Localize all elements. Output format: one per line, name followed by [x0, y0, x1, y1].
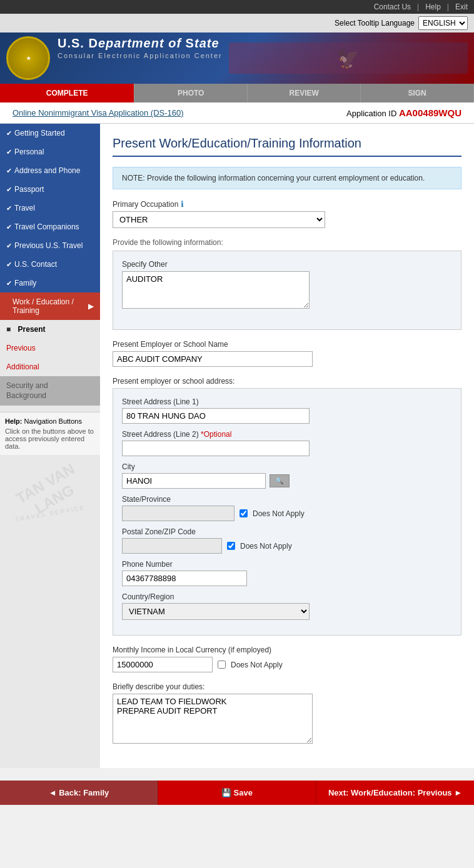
sidebar-label-passport: Passport — [14, 185, 44, 194]
check-icon: ✔ — [6, 204, 12, 212]
duties-label: Briefly describe your duties: — [113, 682, 461, 691]
postal-field: Postal Zone/ZIP Code Does Not Apply — [122, 527, 452, 554]
main-layout: ✔ Getting Started ✔ Personal ✔ Address a… — [0, 124, 474, 768]
street2-input[interactable] — [122, 441, 310, 456]
postal-input[interactable] — [122, 538, 222, 554]
check-icon: ✔ — [6, 279, 12, 287]
sidebar-item-travel[interactable]: ✔ Travel — [0, 199, 100, 217]
sidebar-item-travel-companions[interactable]: ✔ Travel Companions — [0, 217, 100, 236]
state-input[interactable] — [122, 506, 234, 521]
city-field: City 🔍 — [122, 462, 452, 489]
tab-sign[interactable]: SIGN — [361, 84, 474, 102]
sidebar-item-getting-started[interactable]: ✔ Getting Started — [0, 124, 100, 142]
sidebar-label-travel: Travel — [14, 204, 35, 212]
lang-select[interactable]: ENGLISH — [418, 16, 468, 30]
state-row: Does Not Apply — [122, 506, 452, 521]
check-icon: ✔ — [6, 223, 12, 231]
street1-input[interactable] — [122, 408, 310, 424]
city-lookup-btn[interactable]: 🔍 — [270, 474, 290, 487]
state-dna-checkbox[interactable] — [240, 509, 248, 517]
country-field: Country/Region VIETNAM — [122, 592, 452, 620]
optional-label: *Optional — [201, 430, 231, 439]
back-button[interactable]: ◄ Back: Family — [0, 781, 158, 805]
sidebar-label-family: Family — [14, 279, 36, 287]
sidebar-subitem-additional[interactable]: Additional — [0, 357, 100, 376]
app-id: Application ID AA00489WQU — [346, 107, 461, 118]
exit-link[interactable]: Exit — [455, 2, 468, 11]
tab-photo[interactable]: PHOTO — [134, 84, 248, 102]
lang-bar: Select Tooltip Language ENGLISH — [0, 14, 474, 32]
primary-occupation-select[interactable]: OTHER — [113, 211, 325, 228]
sidebar-label-work: Work / Education / Training — [13, 297, 86, 315]
sidebar-label-prev-travel: Previous U.S. Travel — [14, 241, 83, 250]
note-text: NOTE: Provide the following information … — [122, 174, 425, 182]
contact-us-link[interactable]: Contact Us — [374, 2, 411, 11]
help-box: Help: Navigation Buttons Click on the bu… — [0, 412, 100, 455]
check-icon: ✔ — [6, 148, 12, 156]
phone-input[interactable] — [122, 571, 247, 586]
sidebar-label-companions: Travel Companions — [14, 222, 79, 231]
state-field: State/Province Does Not Apply — [122, 495, 452, 521]
check-icon: ✔ — [6, 186, 12, 194]
save-button[interactable]: 💾 Save — [158, 781, 316, 805]
specify-other-box: Specify Other AUDITOR — [113, 251, 461, 330]
street1-label: Street Address (Line 1) — [122, 397, 452, 406]
monthly-dna-checkbox[interactable] — [218, 661, 226, 669]
sidebar-label-security: Security and Background — [6, 381, 48, 401]
duties-input[interactable]: LEAD TEAM TO FIELDWORK PREPARE AUDIT REP… — [113, 694, 313, 744]
phone-field: Phone Number — [122, 560, 452, 586]
specify-other-label: Specify Other — [122, 260, 452, 269]
sidebar: ✔ Getting Started ✔ Personal ✔ Address a… — [0, 124, 100, 768]
sidebar-label-present: Present — [18, 325, 46, 334]
monthly-label: Monthly Income in Local Currency (if emp… — [113, 646, 461, 654]
sidebar-item-passport[interactable]: ✔ Passport — [0, 180, 100, 199]
help-title: Help: Navigation Buttons — [5, 417, 95, 425]
next-button[interactable]: Next: Work/Education: Previous ► — [316, 781, 474, 805]
sidebar-item-us-contact[interactable]: ✔ U.S. Contact — [0, 255, 100, 274]
note-box: NOTE: Provide the following information … — [113, 167, 461, 189]
footer-bar: ◄ Back: Family 💾 Save Next: Work/Educati… — [0, 781, 474, 805]
postal-dna-checkbox[interactable] — [227, 542, 235, 550]
help-link[interactable]: Help — [425, 2, 441, 11]
check-icon: ✔ — [6, 167, 12, 175]
sidebar-subitem-present[interactable]: ■ Present — [0, 320, 100, 339]
sidebar-label-getting-started: Getting Started — [14, 129, 65, 137]
sidebar-item-family[interactable]: ✔ Family — [0, 274, 100, 292]
sidebar-item-work-education[interactable]: Work / Education / Training ▶ — [0, 292, 100, 320]
monthly-income-section: Monthly Income in Local Currency (if emp… — [113, 646, 461, 672]
sidebar-label-additional: Additional — [6, 362, 39, 371]
arrow-icon: ▶ — [88, 302, 94, 311]
monthly-dna-label: Does Not Apply — [231, 661, 283, 669]
info-icon[interactable]: ℹ — [181, 199, 184, 209]
address-box: Street Address (Line 1) Street Address (… — [113, 388, 461, 636]
sidebar-label-address: Address and Phone — [14, 166, 80, 175]
address-section-label: Present employer or school address: — [113, 377, 461, 386]
postal-label: Postal Zone/ZIP Code — [122, 527, 452, 536]
city-input[interactable] — [122, 473, 266, 489]
employer-name-section: Present Employer or School Name — [113, 340, 461, 367]
employer-input[interactable] — [113, 351, 313, 367]
state-dna-label: Does Not Apply — [253, 509, 305, 518]
help-text: Click on the buttons above to access pre… — [5, 427, 95, 450]
lang-label: Select Tooltip Language — [335, 19, 415, 27]
sidebar-item-security[interactable]: Security and Background — [0, 376, 100, 406]
tab-review[interactable]: REVIEW — [248, 84, 361, 102]
city-row: 🔍 — [122, 473, 452, 489]
sidebar-subitem-previous[interactable]: Previous — [0, 339, 100, 357]
phone-label: Phone Number — [122, 560, 452, 569]
sidebar-label-personal: Personal — [14, 147, 44, 156]
sidebar-item-prev-travel[interactable]: ✔ Previous U.S. Travel — [0, 236, 100, 255]
street2-label: Street Address (Line 2) *Optional — [122, 430, 452, 439]
tab-complete[interactable]: COMPLETE — [0, 84, 134, 102]
primary-occupation-label: Primary Occupation ℹ — [113, 199, 461, 209]
top-bar: Contact Us | Help | Exit — [0, 0, 474, 14]
monthly-input[interactable] — [113, 657, 213, 672]
sidebar-item-address[interactable]: ✔ Address and Phone — [0, 161, 100, 180]
sidebar-item-personal[interactable]: ✔ Personal — [0, 142, 100, 161]
country-select[interactable]: VIETNAM — [122, 603, 310, 620]
specify-other-input[interactable]: AUDITOR — [122, 271, 310, 309]
app-link[interactable]: Online Nonimmigrant Visa Application (DS… — [13, 108, 184, 117]
street1-field: Street Address (Line 1) — [122, 397, 452, 424]
specify-other-section: Specify Other AUDITOR — [122, 260, 452, 311]
content-area: Present Work/Education/Training Informat… — [100, 124, 474, 768]
